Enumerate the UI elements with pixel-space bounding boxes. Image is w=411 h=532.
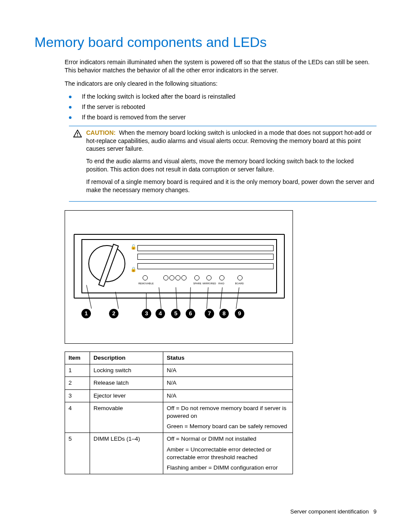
components-table: Item Description Status 1Locking switchN… — [65, 352, 293, 474]
cell-status: Off = Normal or DIMM not installedAmber … — [163, 433, 293, 474]
table-row: 2Release latchN/A — [65, 377, 293, 389]
th-item: Item — [65, 352, 90, 364]
callout-5: 5 — [171, 309, 181, 318]
caution-label: CAUTION: — [86, 129, 115, 136]
list-item-text: If the server is rebooted — [82, 103, 145, 110]
callout-9: 9 — [235, 309, 244, 318]
lock-icon: 🔒 — [131, 267, 137, 272]
unlock-icon: 🔓 — [131, 244, 137, 250]
status-line: N/A — [167, 392, 289, 400]
bullet-icon — [69, 106, 72, 109]
intro-paragraph-2: The indicators are only cleared in the f… — [65, 80, 377, 88]
callout-1: 1 — [81, 309, 91, 318]
locking-switch-knob — [88, 245, 125, 282]
th-status: Status — [163, 352, 293, 364]
cell-description: DIMM LEDs (1–4) — [90, 433, 163, 474]
callout-3: 3 — [142, 309, 151, 318]
cell-status: Off = Do not remove memory board if serv… — [163, 402, 293, 433]
svg-point-1 — [77, 135, 78, 136]
page-footer: Server component identification 9 — [290, 508, 377, 515]
footer-page: 9 — [374, 508, 377, 515]
status-line: Off = Normal or DIMM not installed — [167, 435, 289, 443]
memory-board-diagram: 🔓 🔒 REMOVABLE SPARE MIRRORED RAID BOARD … — [65, 210, 293, 344]
status-line: N/A — [167, 379, 289, 387]
list-item: If the server is rebooted — [65, 103, 377, 110]
table-row: 1Locking switchN/A — [65, 364, 293, 377]
bullet-icon — [69, 96, 72, 98]
cell-description: Release latch — [90, 377, 163, 389]
table-row: 5DIMM LEDs (1–4)Off = Normal or DIMM not… — [65, 433, 293, 474]
page-title: Memory board components and LEDs — [34, 34, 377, 50]
callout-4: 4 — [156, 309, 165, 318]
status-line: N/A — [167, 367, 289, 374]
cell-description: Ejector lever — [90, 389, 163, 402]
table-row: 3Ejector leverN/A — [65, 389, 293, 402]
status-line: Amber = Uncorrectable error detected or … — [167, 446, 289, 461]
status-line: Off = Do not remove memory board if serv… — [167, 404, 289, 420]
list-item-text: If the locking switch is locked after th… — [82, 93, 235, 100]
caution-p2: To end the audio alarms and visual alert… — [86, 157, 377, 174]
caution-p1: When the memory board locking switch is … — [86, 129, 372, 152]
cell-item: 3 — [65, 389, 90, 402]
cell-item: 5 — [65, 433, 90, 474]
callout-8: 8 — [219, 309, 229, 318]
footer-section: Server component identification — [290, 508, 369, 515]
caution-box: CAUTION: When the memory board locking s… — [69, 126, 377, 202]
cell-item: 1 — [65, 364, 90, 377]
cell-description: Locking switch — [90, 364, 163, 377]
cell-status: N/A — [163, 389, 293, 402]
th-description: Description — [90, 352, 163, 364]
cell-description: Removable — [90, 402, 163, 433]
callout-2: 2 — [109, 309, 118, 318]
cell-status: N/A — [163, 364, 293, 377]
list-item: If the locking switch is locked after th… — [65, 93, 377, 100]
list-item-text: If the board is removed from the server — [82, 114, 186, 121]
status-line: Green = Memory board can be safely remov… — [167, 423, 289, 430]
bullet-icon — [69, 116, 72, 119]
cell-item: 4 — [65, 402, 90, 433]
caution-icon — [69, 129, 86, 139]
cell-status: N/A — [163, 377, 293, 389]
status-line: Flashing amber = DIMM configuration erro… — [167, 464, 289, 472]
caution-p3: If removal of a single memory board is r… — [86, 178, 377, 194]
caution-text: CAUTION: When the memory board locking s… — [86, 129, 377, 199]
callout-6: 6 — [186, 309, 195, 318]
intro-paragraph-1: Error indicators remain illuminated when… — [65, 58, 377, 75]
bullet-list: If the locking switch is locked after th… — [65, 93, 377, 121]
table-row: 4RemovableOff = Do not remove memory boa… — [65, 402, 293, 433]
list-item: If the board is removed from the server — [65, 114, 377, 121]
cell-item: 2 — [65, 377, 90, 389]
callout-7: 7 — [205, 309, 214, 318]
